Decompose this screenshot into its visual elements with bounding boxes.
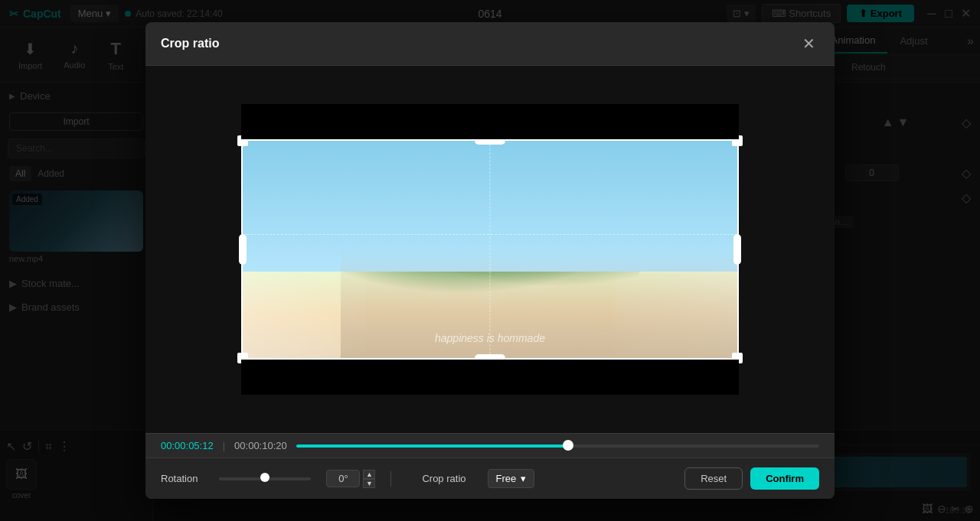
progress-thumb[interactable] [563, 440, 573, 451]
crop-ratio-label: Crop ratio [422, 473, 466, 484]
crop-ratio-value: Free [496, 473, 517, 484]
rotation-value: ▲ ▼ [326, 470, 375, 488]
rotation-up-button[interactable]: ▲ [363, 470, 375, 479]
footer-actions: Reset Confirm [684, 467, 819, 490]
rotation-slider[interactable] [219, 477, 311, 480]
black-bar-bottom [241, 360, 739, 395]
crop-ratio-select[interactable]: Free ▾ [488, 469, 535, 488]
modal-overlay: Crop ratio ✕ [0, 0, 980, 521]
crop-canvas: happiness is hommade [145, 66, 835, 433]
rotation-input[interactable] [326, 470, 360, 487]
progress-fill [296, 444, 568, 448]
rotation-label: Rotation [161, 473, 198, 484]
modal-body: happiness is hommade [145, 66, 835, 458]
time-current: 00:00:05:12 [161, 440, 214, 451]
time-separator: | [223, 440, 225, 451]
reset-button[interactable]: Reset [684, 467, 743, 490]
modal-close-button[interactable]: ✕ [798, 33, 819, 54]
video-preview: happiness is hommade [241, 104, 739, 395]
modal-header: Crop ratio ✕ [145, 22, 835, 66]
progress-track[interactable] [296, 444, 819, 448]
rotation-down-button[interactable]: ▼ [363, 479, 375, 488]
playback-bar: 00:00:05:12 | 00:00:10:20 [145, 433, 835, 458]
crop-edge-left[interactable] [239, 234, 247, 265]
crop-guide-horizontal [243, 234, 737, 235]
time-total: 00:00:10:20 [234, 440, 287, 451]
black-bar-top [241, 104, 739, 139]
rotation-thumb[interactable] [260, 473, 270, 482]
crop-ratio-chevron-icon: ▾ [521, 473, 526, 484]
modal-footer: Rotation ▲ ▼ Crop ratio Free ▾ Reset Con… [145, 458, 835, 499]
modal-title: Crop ratio [161, 37, 219, 50]
confirm-button[interactable]: Confirm [750, 467, 819, 490]
footer-divider [390, 471, 391, 487]
rotation-arrows: ▲ ▼ [363, 470, 375, 488]
crop-box[interactable] [241, 139, 739, 360]
crop-edge-right[interactable] [733, 234, 741, 265]
crop-guide-vertical [490, 141, 491, 359]
crop-modal: Crop ratio ✕ [145, 22, 835, 499]
